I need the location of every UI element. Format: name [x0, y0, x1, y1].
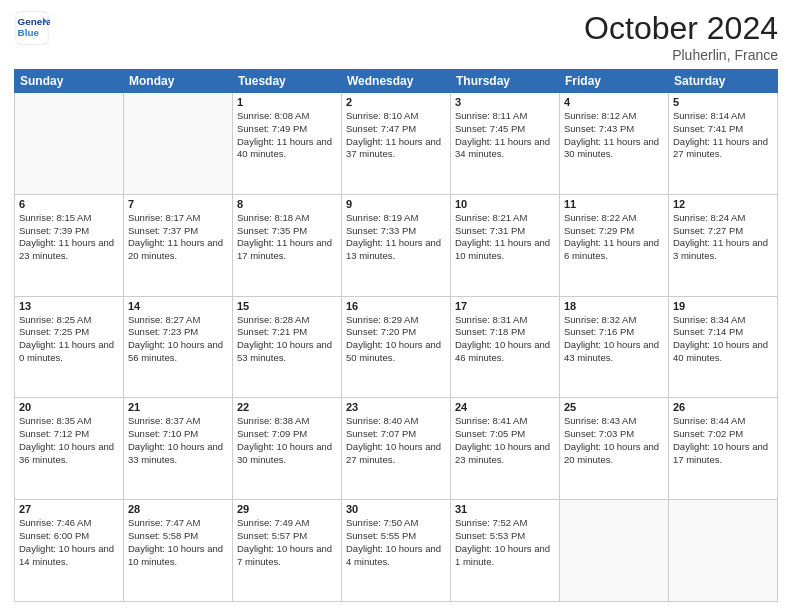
day-number: 28 [128, 503, 228, 515]
day-info: Sunrise: 8:35 AMSunset: 7:12 PMDaylight:… [19, 415, 119, 466]
day-number: 18 [564, 300, 664, 312]
day-number: 1 [237, 96, 337, 108]
day-info: Sunrise: 7:47 AMSunset: 5:58 PMDaylight:… [128, 517, 228, 568]
calendar-day-cell: 7 Sunrise: 8:17 AMSunset: 7:37 PMDayligh… [124, 194, 233, 296]
calendar-day-cell [669, 500, 778, 602]
day-number: 31 [455, 503, 555, 515]
month-title: October 2024 [584, 10, 778, 47]
calendar-day-cell: 6 Sunrise: 8:15 AMSunset: 7:39 PMDayligh… [15, 194, 124, 296]
logo: General Blue General Blue [14, 10, 50, 46]
day-number: 2 [346, 96, 446, 108]
day-info: Sunrise: 7:46 AMSunset: 6:00 PMDaylight:… [19, 517, 119, 568]
day-number: 7 [128, 198, 228, 210]
day-info: Sunrise: 8:41 AMSunset: 7:05 PMDaylight:… [455, 415, 555, 466]
col-thursday: Thursday [451, 70, 560, 93]
day-number: 24 [455, 401, 555, 413]
day-info: Sunrise: 8:25 AMSunset: 7:25 PMDaylight:… [19, 314, 119, 365]
page: General Blue General Blue October 2024 P… [0, 0, 792, 612]
day-number: 21 [128, 401, 228, 413]
calendar-day-cell: 16 Sunrise: 8:29 AMSunset: 7:20 PMDaylig… [342, 296, 451, 398]
day-number: 29 [237, 503, 337, 515]
calendar-day-cell: 25 Sunrise: 8:43 AMSunset: 7:03 PMDaylig… [560, 398, 669, 500]
calendar-day-cell: 1 Sunrise: 8:08 AMSunset: 7:49 PMDayligh… [233, 93, 342, 195]
calendar-day-cell: 26 Sunrise: 8:44 AMSunset: 7:02 PMDaylig… [669, 398, 778, 500]
svg-text:Blue: Blue [18, 27, 40, 38]
calendar-week-row: 27 Sunrise: 7:46 AMSunset: 6:00 PMDaylig… [15, 500, 778, 602]
day-number: 10 [455, 198, 555, 210]
calendar-day-cell: 5 Sunrise: 8:14 AMSunset: 7:41 PMDayligh… [669, 93, 778, 195]
calendar-day-cell: 9 Sunrise: 8:19 AMSunset: 7:33 PMDayligh… [342, 194, 451, 296]
col-wednesday: Wednesday [342, 70, 451, 93]
day-number: 27 [19, 503, 119, 515]
calendar-day-cell [560, 500, 669, 602]
day-info: Sunrise: 8:37 AMSunset: 7:10 PMDaylight:… [128, 415, 228, 466]
calendar-day-cell [124, 93, 233, 195]
day-number: 17 [455, 300, 555, 312]
day-number: 9 [346, 198, 446, 210]
calendar-day-cell: 23 Sunrise: 8:40 AMSunset: 7:07 PMDaylig… [342, 398, 451, 500]
day-number: 11 [564, 198, 664, 210]
day-info: Sunrise: 8:24 AMSunset: 7:27 PMDaylight:… [673, 212, 773, 263]
day-number: 4 [564, 96, 664, 108]
calendar-day-cell: 11 Sunrise: 8:22 AMSunset: 7:29 PMDaylig… [560, 194, 669, 296]
calendar-day-cell: 19 Sunrise: 8:34 AMSunset: 7:14 PMDaylig… [669, 296, 778, 398]
day-info: Sunrise: 8:17 AMSunset: 7:37 PMDaylight:… [128, 212, 228, 263]
day-number: 12 [673, 198, 773, 210]
calendar-day-cell: 22 Sunrise: 8:38 AMSunset: 7:09 PMDaylig… [233, 398, 342, 500]
calendar-day-cell: 8 Sunrise: 8:18 AMSunset: 7:35 PMDayligh… [233, 194, 342, 296]
day-info: Sunrise: 8:12 AMSunset: 7:43 PMDaylight:… [564, 110, 664, 161]
day-info: Sunrise: 7:49 AMSunset: 5:57 PMDaylight:… [237, 517, 337, 568]
logo-icon: General Blue [14, 10, 50, 46]
day-number: 26 [673, 401, 773, 413]
calendar-header-row: Sunday Monday Tuesday Wednesday Thursday… [15, 70, 778, 93]
calendar-day-cell: 14 Sunrise: 8:27 AMSunset: 7:23 PMDaylig… [124, 296, 233, 398]
day-info: Sunrise: 8:15 AMSunset: 7:39 PMDaylight:… [19, 212, 119, 263]
calendar-week-row: 6 Sunrise: 8:15 AMSunset: 7:39 PMDayligh… [15, 194, 778, 296]
calendar-table: Sunday Monday Tuesday Wednesday Thursday… [14, 69, 778, 602]
day-info: Sunrise: 8:10 AMSunset: 7:47 PMDaylight:… [346, 110, 446, 161]
calendar-day-cell: 21 Sunrise: 8:37 AMSunset: 7:10 PMDaylig… [124, 398, 233, 500]
calendar-day-cell: 28 Sunrise: 7:47 AMSunset: 5:58 PMDaylig… [124, 500, 233, 602]
day-number: 30 [346, 503, 446, 515]
title-block: October 2024 Pluherlin, France [584, 10, 778, 63]
calendar-day-cell [15, 93, 124, 195]
calendar-day-cell: 13 Sunrise: 8:25 AMSunset: 7:25 PMDaylig… [15, 296, 124, 398]
day-info: Sunrise: 7:50 AMSunset: 5:55 PMDaylight:… [346, 517, 446, 568]
day-info: Sunrise: 8:38 AMSunset: 7:09 PMDaylight:… [237, 415, 337, 466]
calendar-day-cell: 27 Sunrise: 7:46 AMSunset: 6:00 PMDaylig… [15, 500, 124, 602]
calendar-day-cell: 20 Sunrise: 8:35 AMSunset: 7:12 PMDaylig… [15, 398, 124, 500]
calendar-day-cell: 2 Sunrise: 8:10 AMSunset: 7:47 PMDayligh… [342, 93, 451, 195]
calendar-day-cell: 3 Sunrise: 8:11 AMSunset: 7:45 PMDayligh… [451, 93, 560, 195]
day-info: Sunrise: 8:43 AMSunset: 7:03 PMDaylight:… [564, 415, 664, 466]
col-monday: Monday [124, 70, 233, 93]
day-info: Sunrise: 7:52 AMSunset: 5:53 PMDaylight:… [455, 517, 555, 568]
calendar-day-cell: 24 Sunrise: 8:41 AMSunset: 7:05 PMDaylig… [451, 398, 560, 500]
calendar-day-cell: 30 Sunrise: 7:50 AMSunset: 5:55 PMDaylig… [342, 500, 451, 602]
day-info: Sunrise: 8:34 AMSunset: 7:14 PMDaylight:… [673, 314, 773, 365]
calendar-day-cell: 12 Sunrise: 8:24 AMSunset: 7:27 PMDaylig… [669, 194, 778, 296]
col-sunday: Sunday [15, 70, 124, 93]
day-info: Sunrise: 8:44 AMSunset: 7:02 PMDaylight:… [673, 415, 773, 466]
day-number: 25 [564, 401, 664, 413]
calendar-day-cell: 17 Sunrise: 8:31 AMSunset: 7:18 PMDaylig… [451, 296, 560, 398]
day-number: 15 [237, 300, 337, 312]
calendar-day-cell: 18 Sunrise: 8:32 AMSunset: 7:16 PMDaylig… [560, 296, 669, 398]
day-number: 16 [346, 300, 446, 312]
calendar-week-row: 1 Sunrise: 8:08 AMSunset: 7:49 PMDayligh… [15, 93, 778, 195]
day-number: 23 [346, 401, 446, 413]
header: General Blue General Blue October 2024 P… [14, 10, 778, 63]
calendar-week-row: 20 Sunrise: 8:35 AMSunset: 7:12 PMDaylig… [15, 398, 778, 500]
col-saturday: Saturday [669, 70, 778, 93]
day-number: 20 [19, 401, 119, 413]
day-info: Sunrise: 8:19 AMSunset: 7:33 PMDaylight:… [346, 212, 446, 263]
day-info: Sunrise: 8:27 AMSunset: 7:23 PMDaylight:… [128, 314, 228, 365]
day-number: 3 [455, 96, 555, 108]
day-info: Sunrise: 8:29 AMSunset: 7:20 PMDaylight:… [346, 314, 446, 365]
calendar-day-cell: 15 Sunrise: 8:28 AMSunset: 7:21 PMDaylig… [233, 296, 342, 398]
day-info: Sunrise: 8:32 AMSunset: 7:16 PMDaylight:… [564, 314, 664, 365]
location: Pluherlin, France [584, 47, 778, 63]
calendar-week-row: 13 Sunrise: 8:25 AMSunset: 7:25 PMDaylig… [15, 296, 778, 398]
day-number: 13 [19, 300, 119, 312]
day-number: 19 [673, 300, 773, 312]
day-number: 22 [237, 401, 337, 413]
